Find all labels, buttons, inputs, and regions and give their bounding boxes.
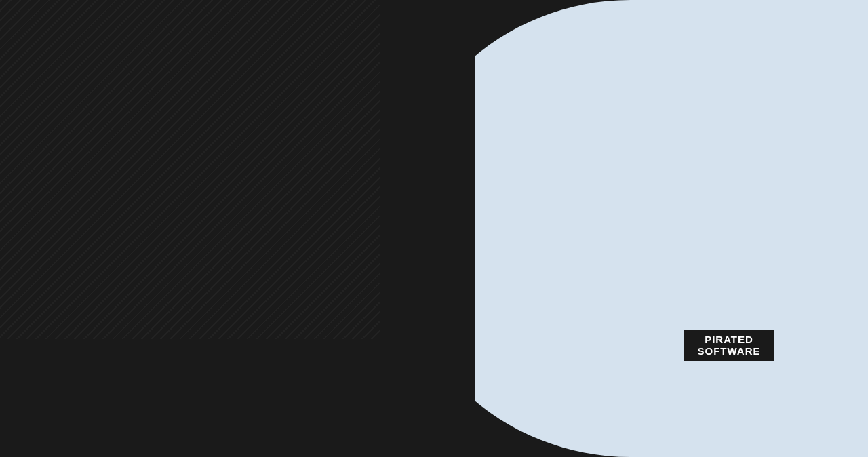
- left-dark-panel: [0, 0, 475, 457]
- pirated-software-label: PIRATED SOFTWARE: [684, 330, 774, 361]
- pirated-label-line-1: PIRATED: [690, 334, 768, 345]
- diagonal-stripe-pattern: [0, 0, 380, 339]
- pirated-label-line-2: SOFTWARE: [690, 345, 768, 357]
- blog-hero-image: WHAT IS TROJAN: WIN32/ACLL? How To Remov…: [0, 0, 868, 457]
